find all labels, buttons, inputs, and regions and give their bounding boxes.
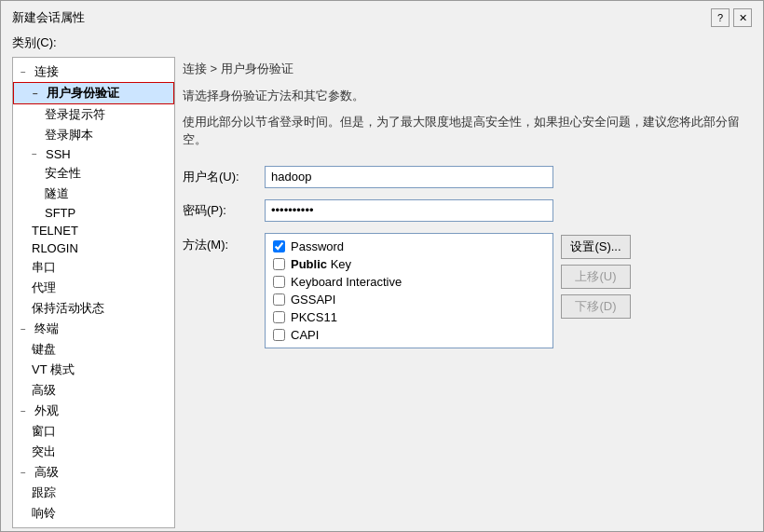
username-row: 用户名(U): <box>183 166 752 188</box>
expand-icon: − <box>20 67 32 77</box>
tree-item-telnet[interactable]: TELNET <box>13 222 174 239</box>
username-label: 用户名(U): <box>183 169 257 185</box>
method-pkcs11-label: PKCS11 <box>291 310 337 324</box>
method-keyboard-label: Keyboard Interactive <box>291 275 402 289</box>
method-keyboard-interactive[interactable]: Keyboard Interactive <box>273 275 545 289</box>
desc2-text: 使用此部分以节省登录时间。但是，为了最大限度地提高安全性，如果担心安全问题，建议… <box>183 115 740 147</box>
desc1-text: 请选择身份验证方法和其它参数。 <box>183 89 364 102</box>
tree-item-highlight[interactable]: 突出 <box>13 442 174 462</box>
help-icon-button[interactable]: ? <box>711 8 730 27</box>
tree-item-advanced[interactable]: − 高级 <box>13 462 174 483</box>
dialog-title: 新建会话属性 <box>12 9 85 26</box>
tree-item-user-auth[interactable]: − 用户身份验证 <box>13 82 174 104</box>
tree-item-trace[interactable]: 跟踪 <box>13 483 174 503</box>
method-buttons: 设置(S)... 上移(U) 下移(D) <box>561 233 631 319</box>
category-label: 类别(C): <box>1 31 763 57</box>
tree-item-label: SFTP <box>45 206 75 220</box>
tree-item-connection[interactable]: − 连接 <box>13 61 174 82</box>
method-keyboard-checkbox[interactable] <box>273 276 285 288</box>
method-password-checkbox[interactable] <box>273 240 285 252</box>
method-publickey[interactable]: Public Key <box>273 257 545 271</box>
tree-item-proxy[interactable]: 代理 <box>13 278 174 298</box>
move-up-button[interactable]: 上移(U) <box>561 265 631 289</box>
tree-item-label: 串口 <box>32 259 56 276</box>
description2: 使用此部分以节省登录时间。但是，为了最大限度地提高安全性，如果担心安全问题，建议… <box>183 113 752 149</box>
expand-icon: − <box>32 149 43 159</box>
method-publickey-checkbox[interactable] <box>273 258 285 270</box>
username-input[interactable] <box>265 166 553 188</box>
expand-icon: − <box>20 406 32 416</box>
method-capi[interactable]: CAPI <box>273 328 545 342</box>
method-gssapi-checkbox[interactable] <box>273 293 285 306</box>
tree-item-login-script[interactable]: 登录脚本 <box>13 125 174 145</box>
tree-item-keyboard[interactable]: 键盘 <box>13 339 174 360</box>
password-row: 密码(P): <box>183 199 752 222</box>
method-pkcs11-checkbox[interactable] <box>273 311 285 323</box>
tree-item-label: 外观 <box>34 402 59 419</box>
tree-item-label: 响铃 <box>32 505 56 522</box>
tree-panel: − 连接 − 用户身份验证 登录提示符 登录脚本 − SSH 安全性 隧道 <box>12 57 175 528</box>
methods-box: Password Public Key Keyboard Interactive <box>265 233 553 348</box>
tree-item-rlogin[interactable]: RLOGIN <box>13 239 174 257</box>
breadcrumb: 连接 > 用户身份验证 <box>183 57 752 79</box>
tree-item-appearance[interactable]: − 外观 <box>13 401 174 421</box>
tree-item-bell[interactable]: 响铃 <box>13 503 174 524</box>
tree-item-window[interactable]: 窗口 <box>13 421 174 442</box>
tree-item-label: 高级 <box>34 464 59 481</box>
password-input[interactable] <box>265 199 553 222</box>
content-area: − 连接 − 用户身份验证 登录提示符 登录脚本 − SSH 安全性 隧道 <box>1 57 763 532</box>
tree-item-label: 代理 <box>32 280 56 296</box>
move-down-button[interactable]: 下移(D) <box>561 294 631 319</box>
tree-item-label: 窗口 <box>32 423 56 440</box>
tree-item-label: SSH <box>46 147 71 161</box>
tree-item-label: 连接 <box>34 63 59 80</box>
tree-item-label: 突出 <box>32 443 56 460</box>
method-label: 方法(M): <box>183 233 257 253</box>
expand-icon: − <box>20 468 32 478</box>
tree-item-advanced-terminal[interactable]: 高级 <box>13 380 174 401</box>
expand-icon: − <box>20 324 32 334</box>
description1: 请选择身份验证方法和其它参数。 <box>183 87 752 105</box>
close-button[interactable]: ✕ <box>733 8 752 27</box>
dialog: 新建会话属性 ? ✕ 类别(C): − 连接 − 用户身份验证 登录提示符 登录… <box>0 0 764 532</box>
tree-item-security[interactable]: 安全性 <box>13 163 174 184</box>
settings-button[interactable]: 设置(S)... <box>561 235 631 259</box>
method-publickey-label: Public Key <box>291 257 351 271</box>
tree-item-keepalive[interactable]: 保持活动状态 <box>13 298 174 319</box>
tree-item-label: 用户身份验证 <box>47 85 119 102</box>
tree-item-label: RLOGIN <box>32 241 78 255</box>
form-area: 用户名(U): 密码(P): 方法(M): Password <box>183 166 752 348</box>
tree-item-label: 终端 <box>34 321 59 337</box>
tree-item-label: 高级 <box>32 382 56 399</box>
tree-item-vt-mode[interactable]: VT 模式 <box>13 360 174 380</box>
tree-item-label: 登录脚本 <box>45 127 93 143</box>
method-password[interactable]: Password <box>273 239 545 253</box>
tree-item-ssh[interactable]: − SSH <box>13 145 174 163</box>
method-capi-checkbox[interactable] <box>273 329 285 341</box>
method-gssapi[interactable]: GSSAPI <box>273 293 545 307</box>
tree-item-tunnel[interactable]: 隧道 <box>13 184 174 204</box>
tree-item-serial[interactable]: 串口 <box>13 257 174 278</box>
title-controls: ? ✕ <box>711 8 752 27</box>
tree-item-label: 保持活动状态 <box>32 300 104 317</box>
tree-item-label: TELNET <box>32 224 78 238</box>
tree-item-terminal[interactable]: − 终端 <box>13 319 174 339</box>
tree-item-login-prompt[interactable]: 登录提示符 <box>13 104 174 125</box>
tree-item-label: 安全性 <box>45 165 81 182</box>
expand-icon: − <box>33 89 44 99</box>
method-capi-label: CAPI <box>291 328 319 342</box>
tree-item-label: 隧道 <box>45 185 69 202</box>
method-pkcs11[interactable]: PKCS11 <box>273 310 545 324</box>
tree-item-label: 跟踪 <box>32 484 56 501</box>
tree-item-label: 登录提示符 <box>45 106 105 123</box>
tree-item-label: 键盘 <box>32 341 56 358</box>
method-password-label: Password <box>291 239 344 253</box>
tree-item-sftp[interactable]: SFTP <box>13 204 174 222</box>
password-label: 密码(P): <box>183 202 257 219</box>
method-gssapi-label: GSSAPI <box>291 293 335 307</box>
right-panel: 连接 > 用户身份验证 请选择身份验证方法和其它参数。 使用此部分以节省登录时间… <box>183 57 752 528</box>
title-bar: 新建会话属性 ? ✕ <box>1 1 763 31</box>
tree-item-label: VT 模式 <box>32 361 75 378</box>
methods-row: 方法(M): Password Public Key Keyboard I <box>183 233 752 348</box>
